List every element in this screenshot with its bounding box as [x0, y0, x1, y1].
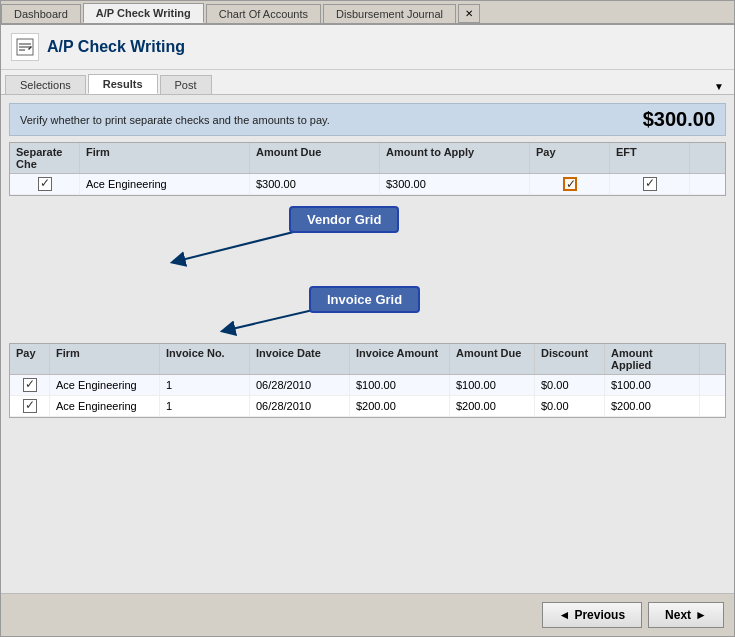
- sub-tab-bar: Selections Results Post ▼: [1, 70, 734, 95]
- invoice-cell-applied-1: $200.00: [605, 396, 700, 416]
- invoice-cell-discount-1: $0.00: [535, 396, 605, 416]
- main-window: Dashboard A/P Check Writing Chart Of Acc…: [0, 0, 735, 637]
- invoice-pay-checkbox-1[interactable]: [23, 399, 37, 413]
- vendor-grid: Separate Che Firm Amount Due Amount to A…: [9, 142, 726, 196]
- vendor-cell-separate[interactable]: [10, 174, 80, 194]
- sub-tab-dropdown[interactable]: ▼: [708, 79, 730, 94]
- next-label: Next: [665, 608, 691, 622]
- vendor-col-separate: Separate Che: [10, 143, 80, 173]
- vendor-cell-amount-apply: $300.00: [380, 174, 530, 194]
- vendor-cell-eft[interactable]: [610, 174, 690, 194]
- invoice-cell-due-1: $200.00: [450, 396, 535, 416]
- invoice-grid: Pay Firm Invoice No. Invoice Date Invoic…: [9, 343, 726, 418]
- close-button[interactable]: ✕: [458, 4, 480, 23]
- tab-dashboard[interactable]: Dashboard: [1, 4, 81, 23]
- info-text: Verify whether to print separate checks …: [20, 114, 330, 126]
- tab-chart-of-accounts[interactable]: Chart Of Accounts: [206, 4, 321, 23]
- footer: ◄ Previous Next ►: [1, 593, 734, 636]
- tab-bar: Dashboard A/P Check Writing Chart Of Acc…: [1, 1, 734, 25]
- invoice-col-number: Invoice No.: [160, 344, 250, 374]
- info-bar: Verify whether to print separate checks …: [9, 103, 726, 136]
- invoice-cell-pay-1[interactable]: [10, 396, 50, 416]
- invoice-col-amount: Invoice Amount: [350, 344, 450, 374]
- invoice-cell-date-1: 06/28/2010: [250, 396, 350, 416]
- vendor-col-amount-due: Amount Due: [250, 143, 380, 173]
- separate-check-checkbox[interactable]: [38, 177, 52, 191]
- invoice-annotation-region: Invoice Grid: [9, 282, 726, 337]
- sub-tab-results[interactable]: Results: [88, 74, 158, 94]
- invoice-callout-label: Invoice Grid: [309, 286, 420, 313]
- invoice-grid-header: Pay Firm Invoice No. Invoice Date Invoic…: [10, 344, 725, 375]
- invoice-cell-due-0: $100.00: [450, 375, 535, 395]
- next-button[interactable]: Next ►: [648, 602, 724, 628]
- vendor-col-pay: Pay: [530, 143, 610, 173]
- invoice-cell-number-0: 1: [160, 375, 250, 395]
- invoice-col-date: Invoice Date: [250, 344, 350, 374]
- vendor-section: Separate Che Firm Amount Due Amount to A…: [9, 142, 726, 276]
- invoice-cell-firm-1: Ace Engineering: [50, 396, 160, 416]
- invoice-row-0: Ace Engineering 1 06/28/2010 $100.00 $10…: [10, 375, 725, 396]
- invoice-cell-amount-0: $100.00: [350, 375, 450, 395]
- invoice-cell-amount-1: $200.00: [350, 396, 450, 416]
- sub-tab-post[interactable]: Post: [160, 75, 212, 94]
- vendor-grid-header: Separate Che Firm Amount Due Amount to A…: [10, 143, 725, 174]
- invoice-cell-number-1: 1: [160, 396, 250, 416]
- content-area: Verify whether to print separate checks …: [1, 95, 734, 593]
- invoice-cell-applied-0: $100.00: [605, 375, 700, 395]
- previous-arrow-icon: ◄: [559, 608, 571, 622]
- invoice-col-firm: Firm: [50, 344, 160, 374]
- previous-label: Previous: [574, 608, 625, 622]
- vendor-row: Ace Engineering $300.00 $300.00: [10, 174, 725, 195]
- vendor-callout-label: Vendor Grid: [289, 206, 399, 233]
- invoice-row-1: Ace Engineering 1 06/28/2010 $200.00 $20…: [10, 396, 725, 417]
- total-amount: $300.00: [643, 108, 715, 131]
- page-icon: [11, 33, 39, 61]
- vendor-cell-firm: Ace Engineering: [80, 174, 250, 194]
- next-arrow-icon: ►: [695, 608, 707, 622]
- vendor-callout-box: Vendor Grid: [289, 206, 399, 233]
- vendor-cell-amount-due: $300.00: [250, 174, 380, 194]
- invoice-pay-checkbox-0[interactable]: [23, 378, 37, 392]
- tab-ap-check-writing[interactable]: A/P Check Writing: [83, 3, 204, 23]
- invoice-cell-discount-0: $0.00: [535, 375, 605, 395]
- invoice-section: Pay Firm Invoice No. Invoice Date Invoic…: [9, 343, 726, 418]
- invoice-callout-box: Invoice Grid: [309, 286, 420, 313]
- invoice-cell-firm-0: Ace Engineering: [50, 375, 160, 395]
- eft-checkbox[interactable]: [643, 177, 657, 191]
- invoice-col-due: Amount Due: [450, 344, 535, 374]
- invoice-cell-date-0: 06/28/2010: [250, 375, 350, 395]
- invoice-col-applied: Amount Applied: [605, 344, 700, 374]
- invoice-col-pay: Pay: [10, 344, 50, 374]
- tab-disbursement-journal[interactable]: Disbursement Journal: [323, 4, 456, 23]
- vendor-cell-pay[interactable]: [530, 174, 610, 194]
- invoice-cell-pay-0[interactable]: [10, 375, 50, 395]
- pay-checkbox[interactable]: [563, 177, 577, 191]
- vendor-col-eft: EFT: [610, 143, 690, 173]
- vendor-col-amount-apply: Amount to Apply: [380, 143, 530, 173]
- previous-button[interactable]: ◄ Previous: [542, 602, 643, 628]
- vendor-col-firm: Firm: [80, 143, 250, 173]
- vendor-annotation-region: Vendor Grid: [9, 196, 726, 276]
- invoice-col-discount: Discount: [535, 344, 605, 374]
- page-header: A/P Check Writing: [1, 25, 734, 70]
- page-title: A/P Check Writing: [47, 38, 185, 56]
- sub-tab-selections[interactable]: Selections: [5, 75, 86, 94]
- check-writing-icon: [15, 37, 35, 57]
